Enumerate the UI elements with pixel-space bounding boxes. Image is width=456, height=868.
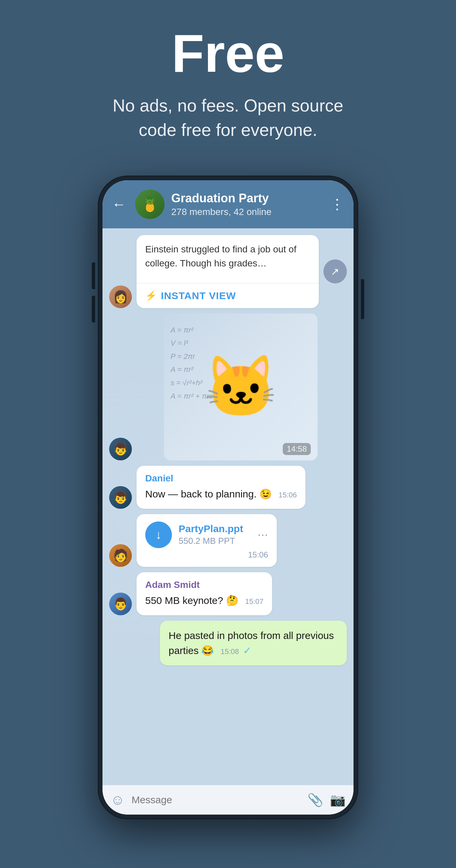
avatar: 👦 (109, 486, 132, 509)
message-time: 15:06 (145, 550, 268, 560)
chat-app: ← 🍍 Graduation Party 278 members, 42 onl… (102, 180, 354, 814)
avatar: 🧑 (109, 544, 132, 567)
avatar: 👩 (109, 285, 132, 308)
sender-name: Adam Smidt (145, 580, 263, 590)
lightning-icon: ⚡ (145, 290, 157, 301)
message-text: He pasted in photos from all previous pa… (169, 628, 338, 658)
more-button[interactable]: ⋮ (330, 196, 344, 212)
table-row: He pasted in photos from all previous pa… (109, 621, 347, 665)
chat-topbar: ← 🍍 Graduation Party 278 members, 42 onl… (102, 180, 354, 228)
file-meta: 550.2 MB PPT (179, 536, 251, 546)
own-message-bubble: He pasted in photos from all previous pa… (160, 621, 347, 665)
emoji-button[interactable]: ☺ (111, 792, 125, 808)
message-text: Now — back to planning. 😉 15:06 (145, 487, 297, 501)
table-row: 👦 Daniel Now — back to planning. 😉 15:06 (109, 466, 347, 509)
file-bubble: ↓ PartyPlan.ppt 550.2 MB PPT ⋯ 15:06 (136, 514, 277, 567)
camera-button[interactable]: 📷 (330, 793, 345, 807)
phone-outer: ← 🍍 Graduation Party 278 members, 42 onl… (98, 176, 358, 819)
cat-sticker: 🐱 (203, 351, 278, 422)
message-time: 15:08 (221, 647, 239, 656)
sticker-container: A = πr² V = l³ P = 2πr A = πr² s = √r²+h… (164, 313, 317, 460)
read-receipt: ✓ (243, 645, 251, 656)
table-row: 👨 Adam Smidt 550 MB keynote? 🤔 15:07 (109, 572, 347, 615)
file-more-button[interactable]: ⋯ (257, 528, 268, 541)
phone-vol-up (92, 262, 95, 289)
sender-name: Daniel (145, 473, 297, 484)
messages-area: 👩 Einstein struggled to find a job out o… (102, 228, 354, 785)
phone-vol-down (92, 296, 95, 322)
download-button[interactable]: ↓ (145, 522, 172, 548)
attach-button[interactable]: 📎 (307, 793, 323, 807)
avatar: 👨 (109, 593, 132, 615)
instant-view-button[interactable]: ⚡ INSTANT VIEW (136, 283, 319, 308)
table-row: 👦 A = πr² V = l³ P = 2πr A = πr² s = √r²… (109, 313, 347, 460)
link-preview-text: Einstein struggled to find a job out of … (145, 242, 310, 271)
file-info: PartyPlan.ppt 550.2 MB PPT (179, 523, 251, 546)
share-icon: ↗ (331, 266, 339, 277)
message-bubble: Adam Smidt 550 MB keynote? 🤔 15:07 (136, 572, 272, 615)
instant-view-label: INSTANT VIEW (161, 290, 236, 302)
back-button[interactable]: ← (109, 196, 128, 212)
message-input[interactable] (131, 794, 301, 806)
file-name: PartyPlan.ppt (179, 523, 251, 534)
message-time: 15:06 (278, 491, 297, 499)
phone-power (361, 279, 364, 319)
link-preview-content: Einstein struggled to find a job out of … (136, 235, 319, 278)
input-bar: ☺ 📎 📷 (102, 785, 354, 814)
message-text: 550 MB keynote? 🤔 15:07 (145, 593, 263, 608)
hero-subtitle: No ads, no fees. Open source code free f… (98, 93, 358, 142)
share-button[interactable]: ↗ (324, 259, 347, 283)
phone-screen: ← 🍍 Graduation Party 278 members, 42 onl… (102, 180, 354, 814)
hero-section: Free No ads, no fees. Open source code f… (0, 0, 456, 162)
file-content: ↓ PartyPlan.ppt 550.2 MB PPT ⋯ (145, 522, 268, 548)
chat-name: Graduation Party (171, 191, 324, 205)
message-time: 15:07 (245, 597, 263, 606)
sticker-time: 14:58 (283, 443, 311, 455)
table-row: 👩 Einstein struggled to find a job out o… (109, 235, 347, 308)
group-avatar: 🍍 (135, 190, 164, 219)
chat-status: 278 members, 42 online (171, 207, 324, 217)
link-preview-bubble: Einstein struggled to find a job out of … (136, 235, 319, 308)
table-row: 🧑 ↓ PartyPlan.ppt 550.2 MB PPT ⋯ 15:06 (109, 514, 347, 567)
hero-title: Free (172, 27, 284, 80)
chat-info: Graduation Party 278 members, 42 online (171, 191, 324, 217)
avatar: 👦 (109, 438, 132, 460)
phone-mockup: ← 🍍 Graduation Party 278 members, 42 onl… (98, 176, 358, 819)
message-bubble: Daniel Now — back to planning. 😉 15:06 (136, 466, 305, 509)
